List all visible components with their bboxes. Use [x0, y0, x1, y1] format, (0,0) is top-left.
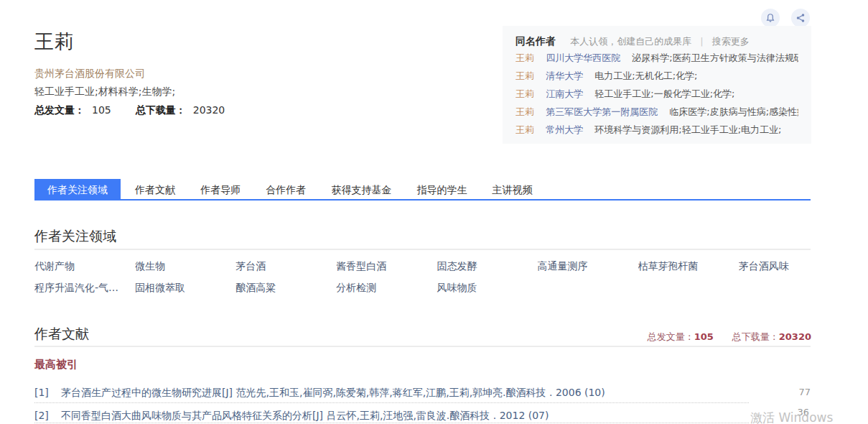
same-name-fields: 临床医学;皮肤病与性病;感染性疾病...: [669, 106, 798, 117]
same-name-author-row: 王莉 清华大学 电力工业;无机化工;化学;: [515, 67, 798, 85]
focus-areas-section-title: 作者关注领域: [34, 227, 116, 246]
focus-tag[interactable]: 酱香型白酒: [336, 257, 433, 275]
most-cited-label: 最高被引: [34, 358, 78, 372]
focus-tag[interactable]: 风味物质: [437, 278, 533, 297]
same-name-org-link[interactable]: 清华大学: [546, 70, 583, 81]
publication-title-link[interactable]: 茅台酒生产过程中的微生物研究进展[J] 范光先,王和玉,崔同弼,陈爱菊,韩萍,蒋…: [61, 387, 605, 398]
publication-row: [1]茅台酒生产过程中的微生物研究进展[J] 范光先,王和玉,崔同弼,陈爱菊,韩…: [34, 387, 811, 400]
same-name-fields: 轻工业手工业;一般化学工业;化学;: [594, 88, 734, 99]
same-name-author-link[interactable]: 王莉: [515, 106, 534, 117]
download-count-value: 20320: [193, 104, 225, 116]
tab-funding[interactable]: 获得支持基金: [320, 179, 402, 201]
focus-tags-row-1: 代谢产物 微生物 茅台酒 酱香型白酒 固态发酵 高通量测序 枯草芽孢杆菌 茅台酒…: [34, 257, 836, 275]
same-name-fields: 环境科学与资源利用;轻工业手工业;电力工业;: [594, 124, 781, 135]
publication-title-link[interactable]: 不同香型白酒大曲风味物质与其产品风格特征关系的分析[J] 吕云怀,王莉,汪地强,…: [61, 410, 549, 421]
profile-tabbar: 作者关注领域 作者文献 作者导师 合作作者 获得支持基金 指导的学生 主讲视频: [34, 179, 811, 201]
same-name-fields: 泌尿科学;医药卫生方针政策与法律法规研究;...: [632, 52, 798, 63]
pub-count-value: 105: [92, 104, 111, 116]
same-name-author-row: 王莉 江南大学 轻工业手工业;一般化学工业;化学;: [515, 85, 798, 103]
same-name-author-link[interactable]: 王莉: [515, 52, 534, 63]
panel-separator: |: [700, 36, 703, 47]
author-profile-page: 王莉 贵州茅台酒股份有限公司 轻工业手工业;材料科学;生物学; 总发文量：105…: [0, 0, 868, 424]
tab-students[interactable]: 指导的学生: [406, 179, 477, 201]
same-name-org-link[interactable]: 四川大学华西医院: [546, 52, 620, 63]
focus-tag[interactable]: 代谢产物: [34, 257, 131, 275]
focus-tag[interactable]: 茅台酒: [235, 257, 332, 275]
focus-tag[interactable]: 固态发酵: [437, 257, 533, 275]
lit-download-label: 总下载量：: [732, 331, 779, 342]
focus-tag[interactable]: 茅台酒风味: [739, 257, 836, 275]
section-divider: [34, 346, 811, 347]
tab-focus-areas[interactable]: 作者关注领域: [34, 179, 121, 201]
publication-index: [2]: [34, 410, 61, 421]
author-stats: 总发文量：105总下载量：20320: [34, 104, 249, 117]
same-name-author-row: 王莉 常州大学 环境科学与资源利用;轻工业手工业;电力工业;: [515, 121, 798, 139]
focus-tag[interactable]: 高通量测序: [537, 257, 634, 275]
same-name-panel-header: 同名作者 本人认领，创建自己的成果库 | 搜索更多: [515, 34, 798, 49]
author-affiliation: 贵州茅台酒股份有限公司: [34, 68, 145, 80]
share-icon: [795, 13, 806, 23]
bell-icon: [765, 13, 775, 23]
same-name-org-link[interactable]: 常州大学: [546, 124, 583, 135]
lit-pub-count-value: 105: [694, 331, 714, 342]
literature-stats: 总发文量：105总下载量：20320: [648, 331, 811, 344]
same-name-author-link[interactable]: 王莉: [515, 70, 534, 81]
tab-author-mentors[interactable]: 作者导师: [190, 179, 251, 201]
activate-windows-watermark: 激活 Windows: [750, 410, 833, 424]
same-name-org-link[interactable]: 江南大学: [546, 88, 583, 99]
same-name-org-link[interactable]: 第三军医大学第一附属医院: [546, 106, 658, 117]
focus-tag[interactable]: 酿酒高粱: [235, 278, 332, 297]
pub-count-label: 总发文量：: [34, 104, 85, 116]
focus-tag[interactable]: 固相微萃取: [135, 278, 232, 297]
share-button[interactable]: [791, 9, 810, 27]
author-fields: 轻工业手工业;材料科学;生物学;: [34, 86, 175, 98]
row-divider: [34, 423, 749, 423]
tab-coauthors[interactable]: 合作作者: [255, 179, 317, 201]
download-count-label: 总下载量：: [136, 104, 186, 116]
claim-profile-link[interactable]: 本人认领，创建自己的成果库: [570, 36, 691, 47]
same-name-authors-panel: 同名作者 本人认领，创建自己的成果库 | 搜索更多 王莉 四川大学华西医院 泌尿…: [503, 26, 811, 144]
search-more-link[interactable]: 搜索更多: [712, 36, 750, 47]
notification-bell-button[interactable]: [761, 9, 780, 27]
same-name-author-row: 王莉 四川大学华西医院 泌尿科学;医药卫生方针政策与法律法规研究;...: [515, 49, 798, 67]
same-name-author-link[interactable]: 王莉: [515, 88, 534, 99]
focus-tag[interactable]: 分析检测: [336, 278, 433, 297]
same-name-author-link[interactable]: 王莉: [515, 124, 534, 135]
tab-videos[interactable]: 主讲视频: [482, 179, 543, 201]
lit-download-value: 20320: [779, 331, 811, 342]
publication-index: [1]: [34, 387, 61, 398]
lit-pub-count-label: 总发文量：: [648, 331, 694, 342]
same-name-author-row: 王莉 第三军医大学第一附属医院 临床医学;皮肤病与性病;感染性疾病...: [515, 103, 798, 121]
section-divider: [34, 249, 811, 250]
page-title-author-name: 王莉: [34, 29, 75, 55]
focus-tag[interactable]: 枯草芽孢杆菌: [638, 257, 735, 275]
literature-section-title: 作者文献: [34, 325, 89, 344]
row-divider: [34, 402, 749, 403]
same-name-panel-title: 同名作者: [515, 35, 556, 47]
focus-tags-row-2: 程序升温汽化-气… 固相微萃取 酿酒高粱 分析检测 风味物质: [34, 278, 533, 297]
tab-author-literature[interactable]: 作者文献: [124, 179, 186, 201]
focus-tag[interactable]: 微生物: [135, 257, 232, 275]
publication-row: [2]不同香型白酒大曲风味物质与其产品风格特征关系的分析[J] 吕云怀,王莉,汪…: [34, 410, 811, 423]
citation-count: 77: [798, 387, 811, 397]
focus-tag[interactable]: 程序升温汽化-气…: [34, 278, 131, 297]
same-name-fields: 电力工业;无机化工;化学;: [594, 70, 697, 81]
